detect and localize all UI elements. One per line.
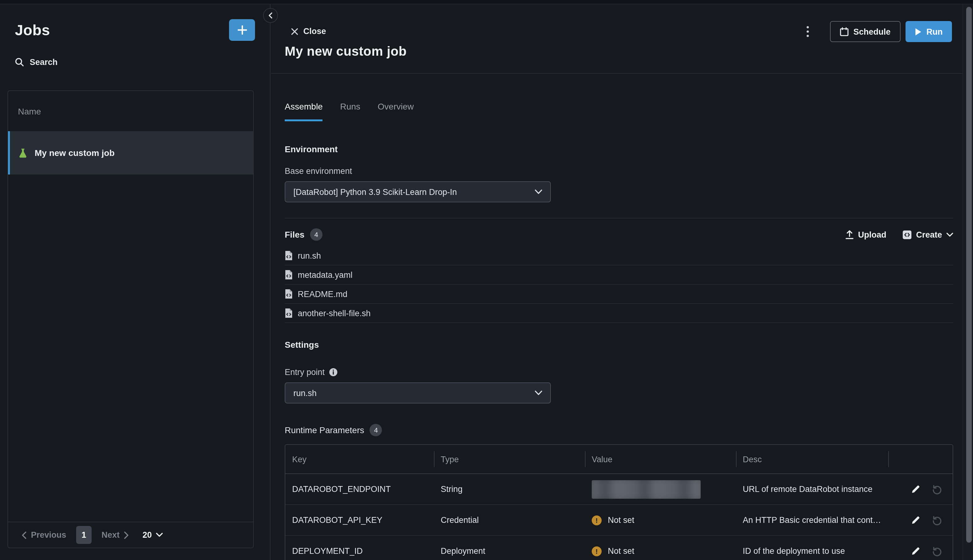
param-actions (888, 536, 953, 560)
edit-param-button[interactable] (911, 547, 920, 556)
schedule-button[interactable]: Schedule (830, 21, 900, 42)
param-type: Deployment (434, 536, 585, 560)
pencil-icon (911, 547, 920, 556)
jobs-sidebar: Jobs Search Name My new custom job (0, 4, 270, 560)
base-environment-label: Base environment (285, 167, 953, 176)
tab-runs[interactable]: Runs (340, 102, 360, 121)
tab-overview[interactable]: Overview (377, 102, 414, 121)
more-actions-button[interactable] (799, 21, 816, 42)
tabs: Assemble Runs Overview (285, 102, 953, 121)
param-desc: ID of the deployment to use (736, 536, 888, 560)
param-key: DATAROBOT_API_KEY (285, 505, 434, 535)
column-header-desc: Desc (736, 445, 888, 473)
section-divider (285, 218, 953, 218)
run-button[interactable]: Run (906, 21, 952, 42)
detail-content: Assemble Runs Overview Environment Base … (271, 102, 953, 560)
plus-icon (237, 25, 247, 35)
file-row[interactable]: run.sh (285, 246, 953, 265)
sidebar-title: Jobs (15, 22, 50, 39)
param-value-redacted (585, 474, 736, 504)
window-top-strip (0, 0, 973, 4)
calendar-icon (839, 27, 848, 36)
chevron-down-icon (535, 189, 542, 194)
search-icon (15, 58, 24, 67)
info-icon (329, 368, 337, 376)
entry-point-value: run.sh (294, 388, 317, 398)
collapse-sidebar-button[interactable] (263, 8, 278, 23)
column-header-actions (888, 445, 953, 473)
column-header-value: Value (585, 445, 736, 473)
scrollbar-track[interactable] (963, 4, 973, 560)
files-header: Files 4 Upload Create (285, 228, 953, 241)
file-list: run.sh metadata.yaml README.md (285, 246, 953, 323)
table-header-row: Key Type Value Desc (285, 445, 953, 474)
job-detail-panel: Close Schedule R (271, 4, 963, 560)
file-code-icon (285, 289, 293, 299)
base-environment-value: [DataRobot] Python 3.9 Scikit-Learn Drop… (294, 187, 457, 197)
param-type: Credential (434, 505, 585, 535)
column-header-type: Type (434, 445, 585, 473)
file-row[interactable]: another-shell-file.sh (285, 304, 953, 323)
file-code-icon (285, 251, 293, 260)
undo-icon (932, 515, 942, 525)
runtime-parameters-header: Runtime Parameters 4 (285, 424, 953, 436)
header-divider (271, 73, 963, 73)
kebab-icon (806, 26, 809, 37)
entry-point-select[interactable]: run.sh (285, 382, 551, 403)
previous-page-button[interactable]: Previous (22, 530, 66, 540)
page-size-select[interactable]: 20 (143, 530, 163, 540)
edit-param-button[interactable] (911, 515, 920, 525)
param-value-text: Not set (608, 547, 634, 556)
create-button[interactable]: Create (903, 230, 953, 239)
undo-icon (932, 546, 942, 556)
chevron-left-icon (22, 531, 27, 538)
next-page-button[interactable]: Next (102, 530, 129, 540)
add-job-button[interactable] (229, 19, 255, 41)
chevron-down-icon (946, 232, 953, 237)
pencil-icon (911, 485, 920, 494)
reset-param-button[interactable] (932, 484, 942, 494)
close-x-icon (291, 28, 298, 35)
runtime-parameters-table: Key Type Value Desc DATAROBOT_ENDPOINT S… (285, 444, 953, 560)
param-key: DEPLOYMENT_ID (285, 536, 434, 560)
list-column-header: Name (8, 91, 253, 131)
file-code-icon (285, 270, 293, 280)
runtime-parameters-count-badge: 4 (370, 424, 382, 436)
tab-assemble[interactable]: Assemble (285, 102, 323, 121)
current-page-button[interactable]: 1 (76, 526, 92, 544)
undo-icon (932, 484, 942, 494)
close-button[interactable]: Close (291, 27, 326, 36)
param-key: DATAROBOT_ENDPOINT (285, 474, 434, 504)
upload-button[interactable]: Upload (846, 230, 886, 239)
environment-heading: Environment (285, 144, 953, 154)
search-toggle[interactable]: Search (0, 41, 72, 67)
param-type: String (434, 474, 585, 504)
param-actions (888, 474, 953, 504)
code-file-icon (903, 230, 912, 239)
settings-heading: Settings (285, 340, 953, 350)
param-actions (888, 505, 953, 535)
reset-param-button[interactable] (932, 546, 942, 556)
page-title: My new custom job (285, 44, 963, 59)
param-value: ! Not set (585, 505, 736, 535)
reset-param-button[interactable] (932, 515, 942, 525)
param-desc: URL of remote DataRobot instance (736, 474, 888, 504)
param-value-text: Not set (608, 515, 634, 525)
search-label: Search (30, 58, 58, 67)
pencil-icon (911, 515, 920, 525)
flask-icon (18, 148, 28, 158)
edit-param-button[interactable] (911, 485, 920, 494)
redacted-value-blur (592, 480, 701, 498)
jobs-list: Name My new custom job Previous 1 Next (7, 90, 254, 548)
scrollbar-thumb[interactable] (966, 7, 972, 543)
entry-point-label: Entry point (285, 368, 953, 377)
detail-header: Close Schedule R (271, 4, 963, 44)
file-row[interactable]: README.md (285, 285, 953, 304)
file-row[interactable]: metadata.yaml (285, 265, 953, 285)
files-count-badge: 4 (310, 228, 322, 241)
sidebar-header: Jobs (0, 4, 270, 41)
play-icon (915, 28, 921, 36)
job-list-item[interactable]: My new custom job (8, 131, 253, 175)
base-environment-select[interactable]: [DataRobot] Python 3.9 Scikit-Learn Drop… (285, 181, 551, 202)
app-root: Jobs Search Name My new custom job (0, 0, 973, 560)
